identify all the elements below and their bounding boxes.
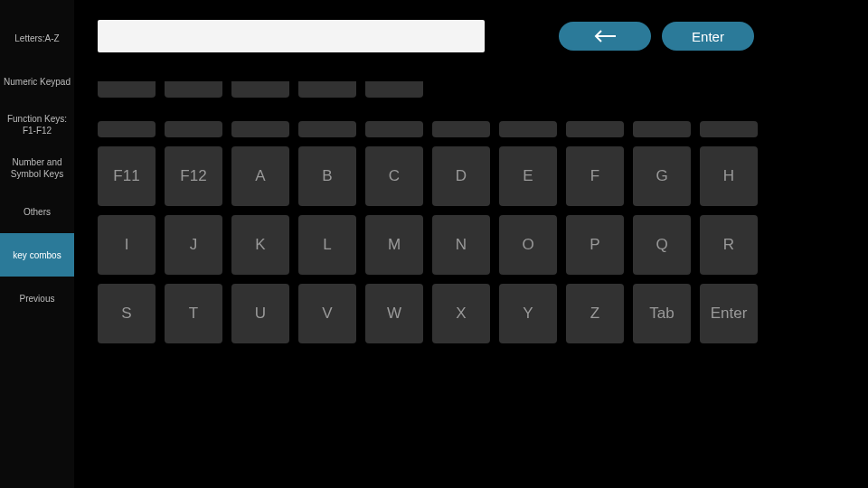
key-o[interactable]: O <box>499 215 557 275</box>
key-stub[interactable] <box>298 121 356 137</box>
sidebar-item-letters[interactable]: Letters:A-Z <box>0 16 74 60</box>
key-c[interactable]: C <box>365 146 423 206</box>
key-shift[interactable]: Shift <box>165 81 222 98</box>
key-b[interactable]: B <box>298 146 356 206</box>
sidebar-item-key-combos[interactable]: key combos <box>0 233 74 277</box>
key-s[interactable]: S <box>98 284 156 343</box>
top-row: Enter <box>98 20 844 52</box>
sidebar-item-others[interactable]: Others <box>0 190 74 233</box>
key-i[interactable]: I <box>98 215 156 275</box>
key-z[interactable]: Z <box>566 284 624 343</box>
partial-row <box>98 121 844 137</box>
key-x[interactable]: X <box>432 284 490 343</box>
key-stub[interactable] <box>499 121 557 137</box>
key-delete[interactable]: Delete <box>365 81 423 98</box>
key-p[interactable]: P <box>566 215 624 275</box>
key-stub[interactable] <box>700 121 758 137</box>
key-n[interactable]: N <box>432 215 490 275</box>
key-w[interactable]: W <box>365 284 423 343</box>
sidebar-item-numeric-keypad[interactable]: Numeric Keypad <box>0 60 74 103</box>
sidebar-item-number-symbol[interactable]: Number and Symbol Keys <box>0 146 74 190</box>
key-f11[interactable]: F11 <box>98 146 156 206</box>
key-u[interactable]: U <box>231 284 289 343</box>
key-win[interactable]: Win <box>298 81 356 98</box>
sidebar-item-previous[interactable]: Previous <box>0 277 74 320</box>
key-stub[interactable] <box>365 121 423 137</box>
key-h[interactable]: H <box>700 146 758 206</box>
key-stub[interactable] <box>432 121 490 137</box>
key-alt[interactable]: Alt <box>231 81 289 98</box>
key-stub[interactable] <box>566 121 624 137</box>
key-row-2: I J K L M N O P Q R <box>98 215 844 275</box>
key-y[interactable]: Y <box>499 284 557 343</box>
backspace-button[interactable] <box>559 22 651 51</box>
key-stub[interactable] <box>231 121 289 137</box>
key-f[interactable]: F <box>566 146 624 206</box>
key-r[interactable]: R <box>700 215 758 275</box>
key-v[interactable]: V <box>298 284 356 343</box>
key-row-1: F11 F12 A B C D E F G H <box>98 146 844 206</box>
keys-scroll-area[interactable]: Ctrl Shift Alt Win Delete <box>98 81 844 389</box>
key-g[interactable]: G <box>633 146 691 206</box>
key-q[interactable]: Q <box>633 215 691 275</box>
key-d[interactable]: D <box>432 146 490 206</box>
key-a[interactable]: A <box>231 146 289 206</box>
key-j[interactable]: J <box>165 215 222 275</box>
key-row-3: S T U V W X Y Z Tab Enter <box>98 284 844 343</box>
key-stub[interactable] <box>98 121 156 137</box>
key-k[interactable]: K <box>231 215 289 275</box>
key-m[interactable]: M <box>365 215 423 275</box>
sidebar: Letters:A-Z Numeric Keypad Function Keys… <box>0 0 74 488</box>
key-ctrl[interactable]: Ctrl <box>98 81 156 98</box>
main-panel: Enter Ctrl Shift Alt Win Delete <box>74 0 868 488</box>
key-stub[interactable] <box>165 121 222 137</box>
arrow-left-icon <box>593 30 617 42</box>
key-stub[interactable] <box>633 121 691 137</box>
modifier-row: Ctrl Shift Alt Win Delete <box>98 81 844 98</box>
combo-input[interactable] <box>98 20 485 52</box>
key-f12[interactable]: F12 <box>165 146 222 206</box>
enter-button[interactable]: Enter <box>662 22 754 51</box>
key-t[interactable]: T <box>165 284 222 343</box>
key-tab[interactable]: Tab <box>633 284 691 343</box>
key-enter[interactable]: Enter <box>700 284 758 343</box>
sidebar-item-function-keys[interactable]: Function Keys: F1-F12 <box>0 103 74 146</box>
key-e[interactable]: E <box>499 146 557 206</box>
key-l[interactable]: L <box>298 215 356 275</box>
